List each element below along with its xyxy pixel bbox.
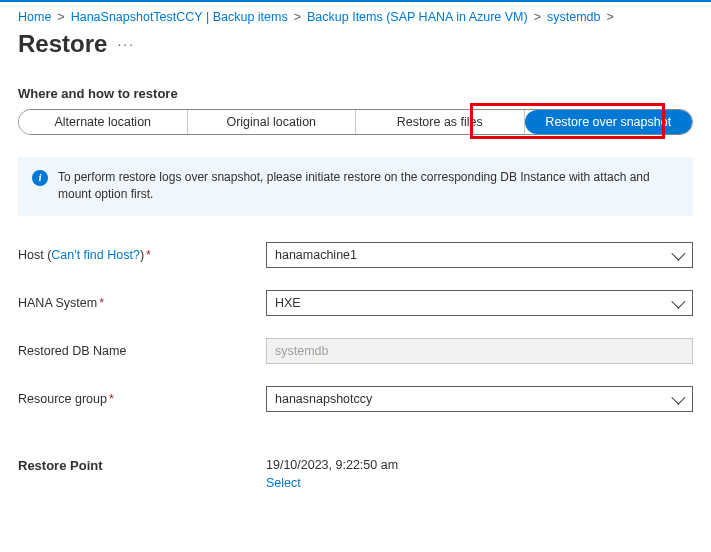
required-icon: * [99, 296, 104, 310]
chevron-down-icon [671, 246, 685, 260]
restore-point-value: 19/10/2023, 9:22:50 am [266, 458, 398, 472]
chevron-right-icon: > [534, 10, 541, 24]
chevron-down-icon [671, 390, 685, 404]
tab-original-location[interactable]: Original location [188, 110, 357, 134]
resource-group-label: Resource group* [18, 392, 266, 406]
info-icon: i [32, 170, 48, 186]
restored-db-label: Restored DB Name [18, 344, 266, 358]
restore-mode-label: Where and how to restore [0, 86, 711, 109]
restored-db-placeholder: systemdb [275, 344, 329, 358]
required-icon: * [109, 392, 114, 406]
restore-point-label: Restore Point [18, 458, 266, 490]
tab-restore-as-files[interactable]: Restore as files [356, 110, 525, 134]
hana-system-select-value: HXE [275, 296, 301, 310]
breadcrumb: Home > HanaSnapshotTestCCY | Backup item… [0, 2, 711, 28]
required-icon: * [146, 248, 151, 262]
host-label: Host (Can't find Host?)* [18, 248, 266, 262]
hana-system-label: HANA System* [18, 296, 266, 310]
breadcrumb-link[interactable]: Home [18, 10, 51, 24]
breadcrumb-link[interactable]: Backup Items (SAP HANA in Azure VM) [307, 10, 528, 24]
more-icon[interactable]: ··· [117, 36, 135, 52]
host-select[interactable]: hanamachine1 [266, 242, 693, 268]
host-select-value: hanamachine1 [275, 248, 357, 262]
chevron-down-icon [671, 294, 685, 308]
tab-restore-over-snapshot[interactable]: Restore over snapshot [525, 110, 693, 134]
info-banner: i To perform restore logs over snapshot,… [18, 157, 693, 216]
restore-mode-tabs: Alternate location Original location Res… [18, 109, 693, 135]
resource-group-select[interactable]: hanasnapshotccy [266, 386, 693, 412]
chevron-right-icon: > [294, 10, 301, 24]
page-title: Restore [18, 30, 107, 58]
breadcrumb-link[interactable]: HanaSnapshotTestCCY | Backup items [71, 10, 288, 24]
breadcrumb-link[interactable]: systemdb [547, 10, 601, 24]
chevron-right-icon: > [607, 10, 614, 24]
hana-system-select[interactable]: HXE [266, 290, 693, 316]
tab-alternate-location[interactable]: Alternate location [19, 110, 188, 134]
cant-find-host-link[interactable]: Can't find Host? [51, 248, 140, 262]
resource-group-select-value: hanasnapshotccy [275, 392, 372, 406]
restore-point-select-link[interactable]: Select [266, 476, 398, 490]
info-text: To perform restore logs over snapshot, p… [58, 169, 679, 204]
chevron-right-icon: > [57, 10, 64, 24]
restored-db-input: systemdb [266, 338, 693, 364]
